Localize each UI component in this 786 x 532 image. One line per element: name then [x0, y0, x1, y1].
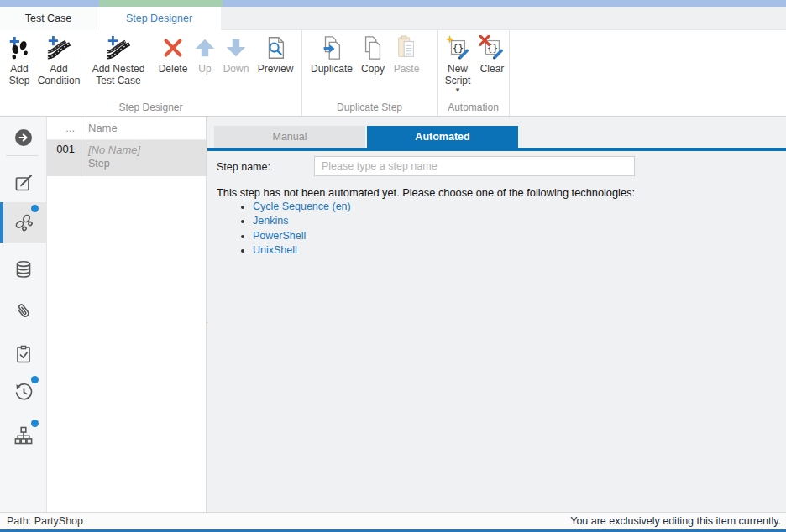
add-condition-button[interactable]: AddCondition — [35, 30, 82, 86]
step-list-header: ... Name — [47, 117, 206, 140]
window-accent-strip — [0, 0, 786, 7]
technology-link-unixshell[interactable]: UnixShell — [253, 244, 297, 256]
arrow-up-icon — [192, 35, 217, 60]
duplicate-pages-icon — [319, 35, 344, 60]
paste-clipboard-icon — [394, 35, 419, 60]
left-navigation-sidebar — [0, 117, 47, 512]
clear-script-button[interactable]: {} Clear — [476, 30, 508, 75]
column-header-index[interactable]: ... — [47, 117, 81, 139]
sidebar-item-history[interactable] — [0, 373, 47, 410]
active-tab-accent-strip — [99, 0, 223, 7]
sidebar-item-checklist[interactable] — [0, 336, 47, 372]
copy-button[interactable]: Copy — [356, 30, 390, 75]
document-tabbar: Test Case Step Designer — [0, 7, 786, 30]
dropdown-caret-icon[interactable] — [456, 86, 460, 93]
step-detail-panel: Manual Automated Step name: This step ha… — [207, 117, 786, 512]
step-name: [No Name] — [88, 143, 206, 157]
ribbon-group-step-designer: AddStep AddCondition — [0, 30, 302, 116]
ribbon-group-automation: {} NewScript {} — [438, 30, 510, 116]
technology-link-powershell[interactable]: PowerShell — [253, 230, 306, 242]
notification-dot — [31, 205, 39, 212]
move-up-button[interactable]: Up — [191, 30, 218, 75]
preview-magnifier-icon — [263, 35, 288, 60]
ribbon-group-label: Duplicate Step — [302, 102, 437, 113]
arrow-down-icon — [223, 35, 249, 60]
step-list-panel: ... Name 001 [No Name] Step — [47, 117, 207, 512]
new-script-button[interactable]: {} NewScript — [439, 30, 476, 93]
clear-script-icon: {} — [479, 35, 505, 60]
sidebar-item-edit[interactable] — [0, 165, 47, 201]
technology-list-item: UnixShell — [253, 245, 351, 256]
move-down-button[interactable]: Down — [218, 30, 254, 75]
step-row[interactable]: 001 [No Name] Step — [47, 140, 206, 176]
footprints-add-icon — [7, 35, 32, 60]
column-header-name[interactable]: Name — [81, 117, 206, 139]
notification-dot — [31, 420, 39, 427]
step-type: Step — [88, 157, 206, 171]
technology-link-jenkins[interactable]: Jenkins — [253, 215, 288, 227]
hierarchy-icon — [13, 425, 34, 446]
status-bar: Path: PartyShop You are exclusively edit… — [0, 512, 786, 529]
step-name-input[interactable] — [314, 156, 635, 176]
technology-link-cycle-sequence[interactable]: Cycle Sequence (en) — [253, 201, 351, 212]
ribbon-spacer — [510, 30, 786, 116]
status-edit-message: You are exclusively editing this item cu… — [570, 513, 781, 529]
footprints-icon — [13, 212, 34, 232]
tab-manual[interactable]: Manual — [214, 126, 365, 148]
add-step-button[interactable]: AddStep — [3, 30, 35, 86]
technology-list-item: PowerShell — [253, 231, 351, 242]
paste-button[interactable]: Paste — [390, 30, 423, 75]
ribbon-toolbar: AddStep AddCondition — [0, 30, 786, 117]
status-path: Path: PartyShop — [7, 513, 83, 529]
technology-list-item: Cycle Sequence (en) — [253, 201, 351, 212]
automation-message: This step has not been automated yet. Pl… — [217, 186, 635, 199]
clipboard-check-icon — [13, 344, 34, 364]
sidebar-item-step-designer[interactable] — [0, 202, 47, 243]
sidebar-divider — [6, 155, 39, 156]
technology-list: Cycle Sequence (en) Jenkins PowerShell U… — [239, 201, 351, 260]
sidebar-item-hierarchy[interactable] — [0, 417, 47, 454]
arrow-circle-icon — [13, 128, 34, 148]
technology-list-item: Jenkins — [253, 216, 351, 227]
step-number: 001 — [47, 140, 81, 176]
paperclip-icon — [13, 301, 34, 321]
sidebar-item-test-data[interactable] — [0, 251, 47, 288]
tab-step-designer[interactable]: Step Designer — [97, 7, 221, 31]
sidebar-item-navigate[interactable] — [0, 122, 47, 154]
delete-x-icon — [160, 35, 186, 60]
junction-add-icon — [106, 35, 131, 60]
edit-pencil-icon — [13, 173, 34, 193]
delete-button[interactable]: Delete — [155, 30, 191, 75]
svg-text:{}: {} — [453, 43, 464, 54]
application-window: Test Case Step Designer AddStep — [0, 0, 786, 532]
notification-dot — [31, 376, 39, 383]
ribbon-group-label: Automation — [438, 102, 509, 113]
tab-automated[interactable]: Automated — [367, 126, 518, 148]
duplicate-button[interactable]: Duplicate — [307, 30, 356, 75]
sidebar-item-attachments[interactable] — [0, 293, 47, 330]
database-icon — [13, 259, 34, 279]
ribbon-group-duplicate-step: Duplicate Copy Paste — [302, 30, 438, 116]
preview-button[interactable]: Preview — [254, 30, 297, 75]
new-script-icon: {} — [445, 35, 470, 60]
junction-add-icon — [46, 35, 71, 60]
active-tab-underline — [207, 148, 786, 151]
ribbon-group-label: Step Designer — [0, 102, 301, 113]
history-clock-icon — [13, 382, 34, 402]
tab-test-case[interactable]: Test Case — [0, 7, 97, 30]
add-nested-test-case-button[interactable]: Add NestedTest Case — [82, 30, 155, 86]
step-name-label: Step name: — [217, 161, 270, 173]
copy-pages-icon — [360, 35, 385, 60]
